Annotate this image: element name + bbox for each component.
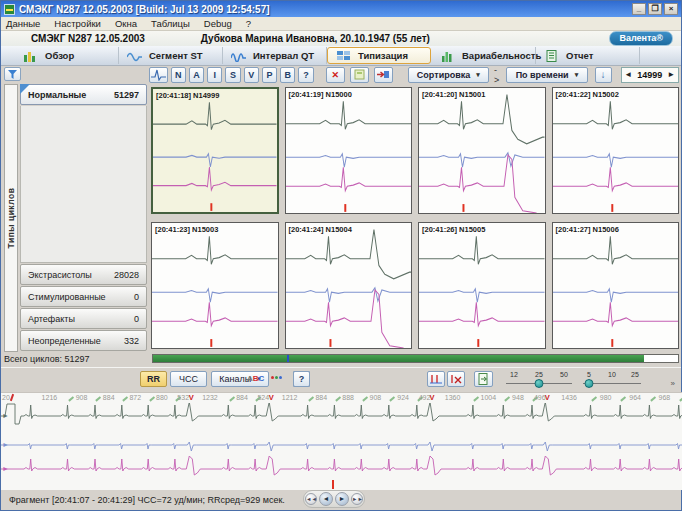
menu-help[interactable]: ? xyxy=(246,18,251,29)
recording-position-bar[interactable] xyxy=(152,354,679,363)
transfer-button[interactable] xyxy=(374,67,393,83)
menu-tables[interactable]: Таблицы xyxy=(151,18,190,29)
filter-button[interactable] xyxy=(4,67,21,81)
patient-header: СМЭКГ N287 12.05.2003 Дубкова Марина Ива… xyxy=(1,31,681,46)
type-n-button[interactable]: N xyxy=(171,67,186,83)
rewind-button[interactable]: ◄◄ xyxy=(305,493,317,505)
tab-st-segment[interactable]: Сегмент ST xyxy=(119,47,223,64)
sort-dropdown[interactable]: Сортировка ▾ xyxy=(408,67,489,83)
rr-value: 496 xyxy=(534,394,546,401)
restore-button[interactable]: ❐ xyxy=(648,3,662,15)
speed-slider[interactable]: 12 25 50 xyxy=(506,371,572,391)
type-row-extrasystoles[interactable]: Экстрасистолы 28028 xyxy=(20,264,147,285)
rr-value: 492 xyxy=(419,394,431,401)
chevron-down-icon: ▾ xyxy=(476,71,480,79)
beat-position-tick xyxy=(344,204,346,212)
ecg-beat-icon xyxy=(151,69,166,81)
gain-slider[interactable]: 5 10 25 xyxy=(583,371,641,391)
progress-fill xyxy=(153,355,644,362)
collapse-panel-icon[interactable]: » xyxy=(671,379,675,388)
beat-check-icon xyxy=(362,395,367,400)
type-b-button[interactable]: B xyxy=(280,67,295,83)
v-beat-marker: V xyxy=(189,393,194,402)
fragment-report-button[interactable] xyxy=(474,371,493,387)
beat-check-icon xyxy=(95,395,100,400)
show-beat-button[interactable] xyxy=(149,67,168,83)
menu-windows[interactable]: Окна xyxy=(115,18,137,29)
beat-cell[interactable]: [20:41:19] N15000 xyxy=(285,87,413,214)
beat-check-icon xyxy=(229,395,234,400)
lead3-marker: ► xyxy=(2,465,9,472)
type-v-button[interactable]: V xyxy=(244,67,259,83)
tab-overview[interactable]: Обзор xyxy=(15,47,119,64)
apply-sort-button[interactable]: ↓ xyxy=(595,67,612,83)
type-s-button[interactable]: S xyxy=(225,67,240,83)
beat-cell[interactable]: [20:41:20] N15001 xyxy=(418,87,546,214)
app-window: СМЭКГ N287 12.05.2003 [Build: Jul 13 200… xyxy=(0,0,682,511)
color-dots-icon[interactable] xyxy=(271,376,282,379)
pager-next-button[interactable]: ► xyxy=(667,70,675,79)
close-button[interactable]: × xyxy=(664,3,678,15)
type-row-normal[interactable]: Нормальные 51297 xyxy=(20,84,147,105)
step-back-button[interactable]: ◄ xyxy=(319,492,333,506)
beat-check-icon xyxy=(620,395,625,400)
type-row-artifacts[interactable]: Артефакты 0 xyxy=(20,308,147,329)
type-row-paced[interactable]: Стимулированные 0 xyxy=(20,286,147,307)
sort-mode-dropdown[interactable]: По времени ▾ xyxy=(506,67,587,83)
note-button[interactable] xyxy=(350,67,369,83)
rr-value: 1212 xyxy=(282,394,298,401)
beat-cell[interactable]: [20:41:18] N14999 xyxy=(151,87,279,214)
play-button[interactable]: ► xyxy=(335,492,349,506)
beat-cell-ecg xyxy=(153,89,277,212)
beat-cell[interactable]: [20:41:24] N15004 xyxy=(285,222,413,349)
beat-cell-ecg xyxy=(152,223,278,348)
labels-abc-icon[interactable]: ABC xyxy=(247,374,264,383)
slider-thumb[interactable] xyxy=(535,379,544,388)
menu-debug[interactable]: Debug xyxy=(204,18,232,29)
rr-mode-button[interactable]: RR xyxy=(140,371,167,387)
cell-trace-lead3 xyxy=(152,302,278,325)
rr-value: 1360 xyxy=(445,394,461,401)
status-bar: Фрагмент [20:41:07 - 20:41:29] ЧСС=72 уд… xyxy=(1,488,681,510)
tab-report[interactable]: Отчет xyxy=(536,47,640,64)
hide-markers-button[interactable] xyxy=(447,371,465,387)
typing-toolbar: N A I S V P B ? ✕ Сортировка ▾ -> По вре… xyxy=(149,64,679,85)
pager-prev-button[interactable]: ◄ xyxy=(624,70,632,79)
show-markers-button[interactable] xyxy=(427,371,445,387)
menu-settings[interactable]: Настройки xyxy=(54,18,101,29)
cell-trace-lead3 xyxy=(553,167,679,190)
delete-beat-button[interactable]: ✕ xyxy=(326,67,346,83)
bar-chart-icon xyxy=(23,50,38,62)
fragment-status-text: Фрагмент [20:41:07 - 20:41:29] ЧСС=72 уд… xyxy=(9,495,285,505)
cycle-type-list: Нормальные 51297 Экстрасистолы 28028 Сти… xyxy=(20,84,147,352)
type-p-button[interactable]: P xyxy=(262,67,277,83)
hr-mode-button[interactable]: ЧСС xyxy=(170,371,207,387)
rhythm-trace-lead1 xyxy=(1,403,682,424)
beat-position-tick xyxy=(462,204,464,212)
rr-value: 880 xyxy=(156,394,168,401)
tab-variability[interactable]: Вариабельность xyxy=(432,47,536,64)
type-unknown-button[interactable]: ? xyxy=(298,67,313,83)
strip-unknown-button[interactable]: ? xyxy=(293,371,310,387)
beat-check-icon xyxy=(591,395,596,400)
tab-qt-interval[interactable]: Интервал QT xyxy=(223,47,327,64)
delete-icon: ✕ xyxy=(332,70,340,80)
rhythm-strip-area[interactable]: 20 VVVV121690888487288053212328845241212… xyxy=(1,392,682,490)
cell-trace-lead2 xyxy=(553,289,679,302)
type-i-button[interactable]: I xyxy=(207,67,222,83)
tab-typing[interactable]: Типизация xyxy=(327,47,431,64)
slider-thumb[interactable] xyxy=(585,379,594,388)
beat-cell[interactable]: [20:41:23] N15003 xyxy=(151,222,279,349)
type-row-undefined[interactable]: Неопределенные 332 xyxy=(20,330,147,351)
beat-cell[interactable]: [20:41:22] N15002 xyxy=(552,87,680,214)
type-a-button[interactable]: A xyxy=(189,67,204,83)
qrs-markers-off-icon xyxy=(450,373,462,385)
total-cycles-label: Всего циклов: 51297 xyxy=(4,354,90,364)
rhythm-toolbar: RR ЧСС Каналы ▾ ABC N A I S V P B ? xyxy=(1,371,681,392)
menu-data[interactable]: Данные xyxy=(6,18,40,29)
title-bar[interactable]: СМЭКГ N287 12.05.2003 [Build: Jul 13 200… xyxy=(1,1,681,17)
beat-cell[interactable]: [20:41:26] N15005 xyxy=(418,222,546,349)
minimize-button[interactable]: _ xyxy=(632,3,646,15)
beat-cell[interactable]: [20:41:27] N15006 xyxy=(552,222,680,349)
forward-button[interactable]: ►► xyxy=(351,493,363,505)
